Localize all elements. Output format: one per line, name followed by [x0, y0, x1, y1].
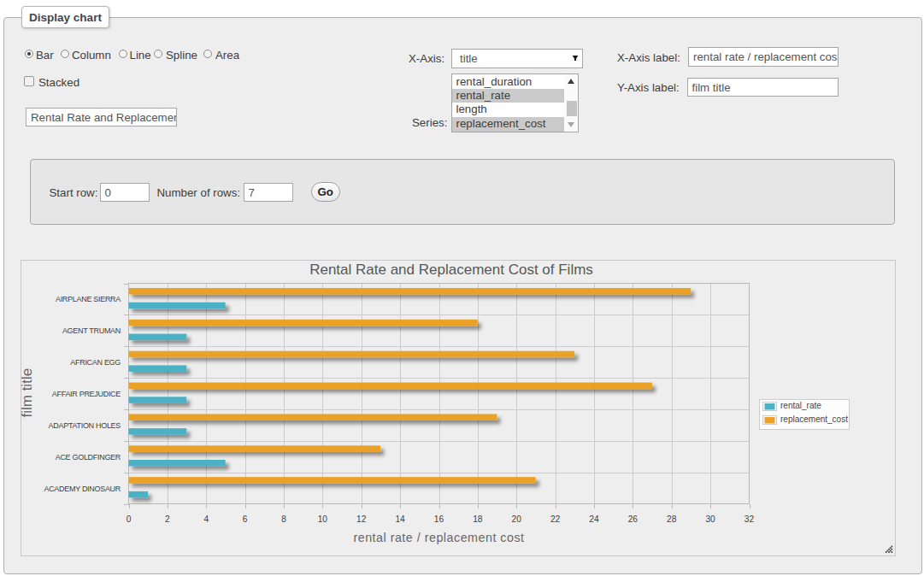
- svg-text:AIRPLANE SIERRA: AIRPLANE SIERRA: [56, 295, 121, 303]
- svg-text:6: 6: [243, 514, 248, 524]
- svg-text:ACADEMY DINOSAUR: ACADEMY DINOSAUR: [44, 485, 121, 493]
- svg-text:24: 24: [589, 514, 599, 524]
- svg-text:film title: film title: [19, 368, 35, 418]
- svg-text:10: 10: [318, 514, 328, 524]
- svg-text:ADAPTATION HOLES: ADAPTATION HOLES: [49, 421, 121, 430]
- svg-text:8: 8: [281, 514, 286, 524]
- svg-text:26: 26: [628, 514, 639, 524]
- svg-text:AGENT TRUMAN: AGENT TRUMAN: [62, 326, 121, 335]
- svg-text:18: 18: [473, 514, 483, 524]
- svg-text:AFFAIR PREJUDICE: AFFAIR PREJUDICE: [52, 390, 121, 398]
- svg-text:32: 32: [744, 514, 755, 524]
- svg-text:ACE GOLDFINGER: ACE GOLDFINGER: [56, 453, 121, 461]
- svg-text:0: 0: [127, 514, 132, 524]
- svg-text:rental_rate: rental_rate: [780, 401, 821, 410]
- svg-text:4: 4: [203, 514, 209, 524]
- svg-text:rental rate / replacement cost: rental rate / replacement cost: [353, 531, 524, 544]
- svg-text:AFRICAN EGG: AFRICAN EGG: [70, 358, 121, 367]
- svg-text:22: 22: [550, 514, 561, 524]
- svg-text:replacement_cost: replacement_cost: [780, 414, 848, 424]
- svg-text:16: 16: [434, 514, 444, 524]
- svg-text:20: 20: [512, 514, 522, 524]
- svg-text:14: 14: [395, 514, 405, 524]
- svg-text:2: 2: [165, 514, 170, 524]
- svg-text:28: 28: [667, 514, 677, 524]
- svg-text:30: 30: [705, 514, 715, 524]
- svg-text:Rental Rate and Replacement Co: Rental Rate and Replacement Cost of Film…: [309, 262, 593, 278]
- svg-text:12: 12: [356, 514, 367, 524]
